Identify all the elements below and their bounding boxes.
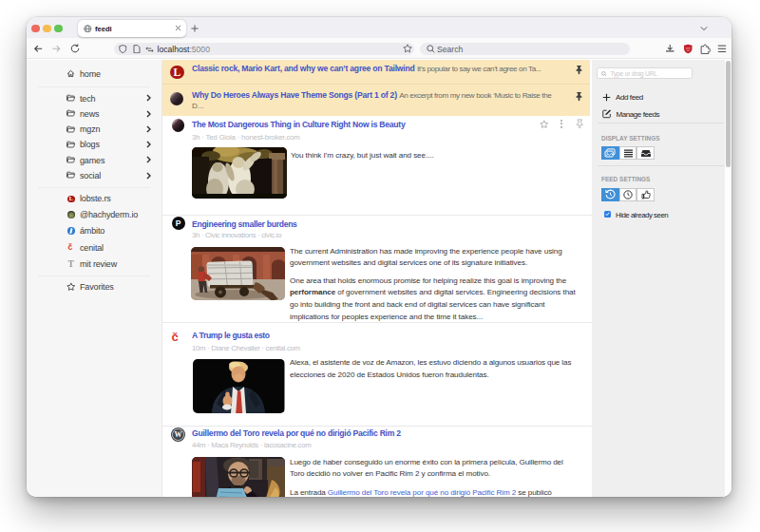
svg-text:W: W (174, 430, 181, 439)
